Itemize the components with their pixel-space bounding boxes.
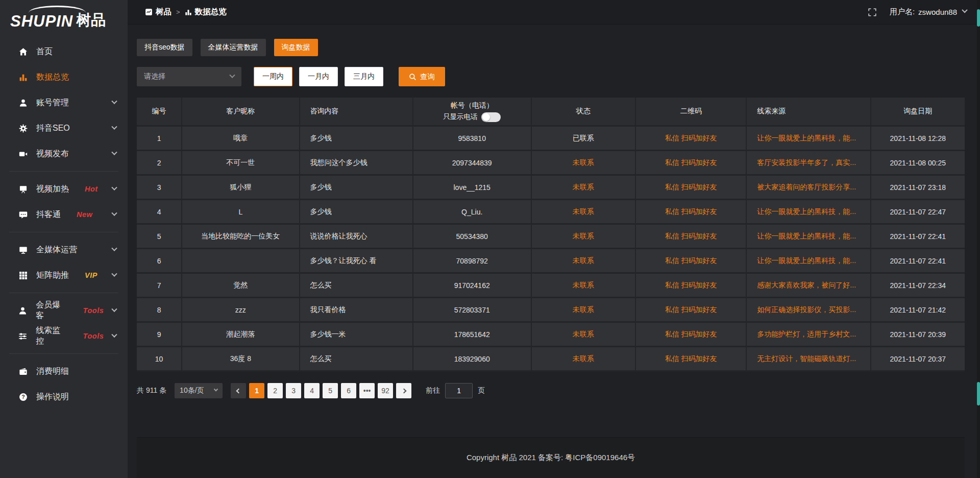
sliders-icon bbox=[18, 331, 27, 341]
scrollbar[interactable] bbox=[977, 0, 980, 478]
cell-content: 多少钱？让我死心 看 bbox=[300, 249, 413, 274]
cell-qrcode-link[interactable]: 私信 扫码加好友 bbox=[636, 298, 747, 323]
table-row: 9 潮起潮落 多少钱一米 178651642 未联系 私信 扫码加好友 多功能护… bbox=[137, 323, 965, 347]
cell-source-link[interactable]: 被大家追着问的客厅投影分享... bbox=[747, 176, 871, 200]
chevron-left-icon bbox=[236, 388, 241, 393]
range-button[interactable]: 三月内 bbox=[345, 67, 383, 86]
brand-logo[interactable]: SHUPIN 树品 bbox=[0, 3, 128, 33]
cell-qrcode-link[interactable]: 私信 扫码加好友 bbox=[636, 347, 747, 372]
cell-source-link[interactable]: 让你一眼就爱上的黑科技，能... bbox=[747, 249, 871, 274]
search-button[interactable]: 查询 bbox=[399, 67, 445, 86]
sidebar-item-douketong[interactable]: 抖客通 New bbox=[0, 202, 128, 227]
cell-account: 917024162 bbox=[413, 274, 532, 298]
phone-only-toggle[interactable] bbox=[481, 112, 501, 122]
cell-status: 未联系 bbox=[532, 323, 636, 347]
breadcrumb-current[interactable]: 数据总览 bbox=[185, 7, 227, 17]
cell-source-link[interactable]: 让你一眼就爱上的黑科技，能... bbox=[747, 127, 871, 151]
next-page-button[interactable] bbox=[396, 383, 411, 398]
sidebar-item-matrix-boost[interactable]: 矩阵助推 VIP bbox=[0, 262, 128, 288]
cell-source-link[interactable]: 无主灯设计，智能磁吸轨道灯... bbox=[747, 347, 871, 372]
sidebar-divider bbox=[9, 232, 118, 232]
cell-date: 2021-11-07 21:42 bbox=[871, 298, 965, 323]
svg-text:?: ? bbox=[21, 394, 24, 400]
page-button[interactable]: 2 bbox=[267, 383, 283, 398]
cell-source-link[interactable]: 如何正确选择投影仪，买投影... bbox=[747, 298, 871, 323]
comment-icon bbox=[18, 210, 28, 219]
sidebar-item-account-management[interactable]: 账号管理 bbox=[0, 90, 128, 115]
table-row: 6 多少钱？让我死心 看 70898792 未联系 私信 扫码加好友 让你一眼就… bbox=[137, 249, 965, 274]
sidebar-item-home[interactable]: 首页 bbox=[0, 39, 128, 64]
range-button[interactable]: 一月内 bbox=[299, 67, 338, 86]
account-select[interactable]: 请选择 bbox=[137, 67, 241, 86]
header-date: 询盘日期 bbox=[871, 98, 965, 127]
sidebar: SHUPIN 树品 首页 数据总览 账号管理 bbox=[0, 0, 128, 478]
sidebar-item-instructions[interactable]: ? 操作说明 bbox=[0, 384, 128, 410]
cell-content: 多少钱 bbox=[300, 176, 413, 200]
sidebar-item-video-heating[interactable]: 视频加热 Hot bbox=[0, 176, 128, 202]
cell-qrcode-link[interactable]: 私信 扫码加好友 bbox=[636, 151, 747, 176]
member-icon bbox=[18, 306, 27, 315]
cell-nickname bbox=[182, 249, 300, 274]
cell-nickname: 觉然 bbox=[182, 274, 300, 298]
range-button[interactable]: 一周内 bbox=[254, 67, 292, 86]
cell-id: 6 bbox=[137, 249, 182, 274]
breadcrumb-separator: > bbox=[176, 8, 180, 16]
page-button[interactable]: ••• bbox=[359, 383, 375, 398]
fullscreen-icon[interactable] bbox=[868, 8, 876, 16]
breadcrumb-root-label: 树品 bbox=[156, 7, 172, 17]
grid-icon bbox=[18, 271, 28, 280]
table-row: 2 不可一世 我想问这个多少钱 2097344839 未联系 私信 扫码加好友 … bbox=[137, 151, 965, 176]
cell-source-link[interactable]: 多功能护栏灯，适用于乡村文... bbox=[747, 323, 871, 347]
cell-qrcode-link[interactable]: 私信 扫码加好友 bbox=[636, 323, 747, 347]
page-button[interactable]: 92 bbox=[378, 383, 393, 398]
cell-source-link[interactable]: 客厅安装投影半年多了，真实... bbox=[747, 151, 871, 176]
cell-status: 未联系 bbox=[532, 176, 636, 200]
tab-omnimedia-data[interactable]: 全媒体运营数据 bbox=[201, 39, 266, 56]
cell-qrcode-link[interactable]: 私信 扫码加好友 bbox=[636, 225, 747, 249]
sidebar-item-consumption-details[interactable]: 消费明细 bbox=[0, 358, 128, 384]
cell-account: Q_Liu. bbox=[413, 200, 532, 225]
user-dropdown[interactable]: 用户名: zswodun88 bbox=[890, 7, 967, 17]
breadcrumb-root[interactable]: 树品 bbox=[145, 7, 172, 17]
cell-qrcode-link[interactable]: 私信 扫码加好友 bbox=[636, 274, 747, 298]
cell-qrcode-link[interactable]: 私信 扫码加好友 bbox=[636, 176, 747, 200]
cell-content: 怎么买 bbox=[300, 274, 413, 298]
sidebar-item-label: 操作说明 bbox=[36, 392, 69, 402]
cell-status: 未联系 bbox=[532, 298, 636, 323]
tab-inquiry-data[interactable]: 询盘数据 bbox=[274, 39, 318, 56]
cell-content: 多少钱 bbox=[300, 127, 413, 151]
page-button[interactable]: 4 bbox=[304, 383, 320, 398]
cell-source-link[interactable]: 感谢大家喜欢我家，被问了好... bbox=[747, 274, 871, 298]
prev-page-button[interactable] bbox=[231, 383, 246, 398]
cell-status: 未联系 bbox=[532, 347, 636, 372]
cell-id: 10 bbox=[137, 347, 182, 372]
cell-qrcode-link[interactable]: 私信 扫码加好友 bbox=[636, 200, 747, 225]
cell-content: 我只看价格 bbox=[300, 298, 413, 323]
page-button[interactable]: 3 bbox=[286, 383, 301, 398]
sidebar-item-omnimedia-operation[interactable]: 全媒体运营 bbox=[0, 237, 128, 262]
cell-account: 2097344839 bbox=[413, 151, 532, 176]
bar-chart-icon bbox=[18, 73, 28, 82]
cell-content: 怎么买 bbox=[300, 347, 413, 372]
cell-source-link[interactable]: 让你一眼就爱上的黑科技，能... bbox=[747, 200, 871, 225]
sidebar-item-member-baoke[interactable]: 会员爆客 Tools bbox=[0, 298, 128, 323]
goto-unit: 页 bbox=[478, 386, 485, 395]
cell-qrcode-link[interactable]: 私信 扫码加好友 bbox=[636, 249, 747, 274]
page-button[interactable]: 6 bbox=[341, 383, 356, 398]
sidebar-item-clue-monitoring[interactable]: 线索监控 Tools bbox=[0, 323, 128, 349]
cell-id: 2 bbox=[137, 151, 182, 176]
page-button[interactable]: 5 bbox=[323, 383, 338, 398]
page-button[interactable]: 1 bbox=[249, 383, 264, 398]
tab-douyin-seo-data[interactable]: 抖音seo数据 bbox=[137, 39, 192, 56]
sidebar-item-label: 消费明细 bbox=[36, 366, 69, 377]
sidebar-item-data-overview[interactable]: 数据总览 bbox=[0, 64, 128, 90]
sidebar-item-video-publish[interactable]: 视频发布 bbox=[0, 141, 128, 166]
sidebar-item-douyin-seo[interactable]: 抖音SEO bbox=[0, 115, 128, 141]
scrollbar-thumb[interactable] bbox=[977, 9, 980, 27]
page-size-select[interactable]: 10条/页 bbox=[175, 383, 223, 398]
cell-qrcode-link[interactable]: 私信 扫码加好友 bbox=[636, 127, 747, 151]
cell-date: 2021-11-07 22:41 bbox=[871, 249, 965, 274]
cell-content: 多少钱 bbox=[300, 200, 413, 225]
goto-page-input[interactable] bbox=[445, 383, 473, 398]
cell-source-link[interactable]: 让你一眼就爱上的黑科技，能... bbox=[747, 225, 871, 249]
